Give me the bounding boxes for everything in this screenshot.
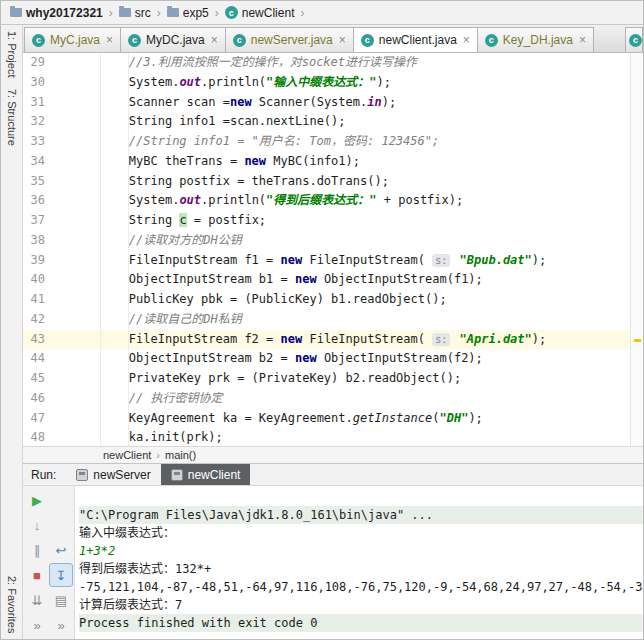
breadcrumb-label: newClient — [242, 6, 295, 20]
editor-tab-myc-java[interactable]: MyC.java× — [24, 27, 121, 52]
code-text: KeyAgreement ka = KeyAgreement.getInstan… — [71, 409, 630, 429]
code-editor[interactable]: 29 //3.利用流按照一定的操作，对socket进行读写操作30 System… — [23, 53, 643, 446]
code-line[interactable]: 35 String postfix = theTrans.doTrans(); — [23, 172, 630, 192]
line-number[interactable]: 38 — [23, 231, 71, 251]
code-line[interactable]: 41 PublicKey pbk = (PublicKey) b1.readOb… — [23, 290, 630, 310]
code-line[interactable]: 32 String info1 =scan.nextLine(); — [23, 112, 630, 132]
close-tab-icon[interactable]: × — [578, 34, 586, 46]
class-icon — [361, 34, 374, 47]
code-line[interactable]: 40 ObjectInputStream b1 = new ObjectInpu… — [23, 270, 630, 290]
line-number[interactable]: 48 — [23, 428, 71, 446]
code-line[interactable]: 34 MyBC theTrans = new MyBC(info1); — [23, 152, 630, 172]
code-segment: s: — [432, 333, 450, 346]
line-number[interactable]: 39 — [23, 251, 71, 271]
breadcrumb-item-exp5[interactable]: exp5 — [164, 6, 212, 20]
tool-button-2-favorites[interactable]: 2: Favorites — [6, 576, 18, 633]
code-line[interactable]: 47 KeyAgreement ka = KeyAgreement.getIns… — [23, 409, 630, 429]
more-options-button[interactable]: » — [49, 613, 73, 637]
scroll-to-end-button[interactable]: ↧ — [49, 563, 73, 587]
close-tab-icon[interactable]: × — [210, 34, 218, 46]
close-tab-icon[interactable]: × — [462, 34, 470, 46]
line-number[interactable]: 36 — [23, 191, 71, 211]
line-number[interactable]: 35 — [23, 172, 71, 192]
class-icon — [128, 34, 141, 47]
tool-button-7-structure[interactable]: 7: Structure — [6, 89, 18, 146]
code-line[interactable]: 36 System.out.println("得到后缀表达式：" + postf… — [23, 191, 630, 211]
run-label: Run: — [23, 464, 66, 485]
line-number[interactable]: 46 — [23, 389, 71, 409]
stop-button[interactable]: ■ — [25, 563, 49, 587]
breadcrumb-label: exp5 — [183, 6, 209, 20]
code-line[interactable]: 45 PrivateKey prk = (PrivateKey) b2.read… — [23, 369, 630, 389]
editor-tab-clipped[interactable] — [625, 27, 643, 52]
breadcrumb-item-src[interactable]: src — [116, 6, 154, 20]
code-segment: "DH" — [439, 411, 468, 425]
close-tab-icon[interactable]: × — [105, 34, 113, 46]
code-segment: ObjectInputStream(f2); — [317, 351, 483, 365]
run-tab-newclient[interactable]: newClient — [161, 464, 251, 485]
code-line[interactable]: 43 FileInputStream f2 = new FileInputStr… — [23, 330, 630, 350]
code-segment: MyBC theTrans = — [71, 154, 244, 168]
line-number[interactable]: 32 — [23, 112, 71, 132]
code-line[interactable]: 38 //读取对方的DH公钥 — [23, 231, 630, 251]
editor-tab-key-dh-java[interactable]: Key_DH.java× — [477, 27, 594, 52]
line-number[interactable]: 29 — [23, 53, 71, 73]
code-segment: Scanner(System. — [252, 95, 368, 109]
code-text: System.out.println("输入中缀表达式："); — [71, 73, 630, 93]
pause-button[interactable]: ∥ — [25, 538, 49, 562]
code-line[interactable]: 46 // 执行密钥协定 — [23, 389, 630, 409]
code-segment: "Apri.dat" — [460, 332, 532, 346]
code-line[interactable]: 33 //String info1 = "用户名: Tom，密码: 123456… — [23, 132, 630, 152]
code-line[interactable]: 29 //3.利用流按照一定的操作，对socket进行读写操作 — [23, 53, 630, 73]
code-line[interactable]: 48 ka.init(prk); — [23, 428, 630, 446]
close-tab-icon[interactable]: × — [338, 34, 346, 46]
breadcrumb-item-main[interactable]: main() — [163, 449, 198, 461]
editor-breadcrumb: newClient›main() — [23, 446, 643, 463]
code-segment: PrivateKey prk = (PrivateKey) b2.readObj… — [71, 371, 461, 385]
breadcrumb: why20172321›src›exp5›newClient› — [7, 6, 307, 20]
code-segment: MyBC(info1); — [266, 154, 360, 168]
editor-tab-mydc-java[interactable]: MyDC.java× — [120, 27, 226, 52]
code-text: ObjectInputStream b2 = new ObjectInputSt… — [71, 349, 630, 369]
line-number[interactable]: 41 — [23, 290, 71, 310]
editor-tab-newserver-java[interactable]: newServer.java× — [225, 27, 354, 52]
breadcrumb-item-why20172321[interactable]: why20172321 — [7, 6, 106, 20]
down-stack-trace-button[interactable]: ↓ — [25, 513, 49, 537]
skip-to-end-button[interactable]: ⇊ — [25, 588, 49, 612]
line-number[interactable]: 43 — [23, 330, 71, 350]
code-line[interactable]: 44 ObjectInputStream b2 = new ObjectInpu… — [23, 349, 630, 369]
run-tab-newserver[interactable]: newServer — [66, 464, 160, 485]
line-number[interactable]: 45 — [23, 369, 71, 389]
line-number[interactable]: 44 — [23, 349, 71, 369]
line-number[interactable]: 40 — [23, 270, 71, 290]
line-number[interactable]: 33 — [23, 132, 71, 152]
code-text: //读取自己的DH私钥 — [71, 310, 630, 330]
line-number[interactable]: 47 — [23, 409, 71, 429]
code-text: //3.利用流按照一定的操作，对socket进行读写操作 — [71, 53, 630, 73]
console-line: 计算后缀表达式：7 — [79, 596, 643, 614]
code-line[interactable]: 31 Scanner scan =new Scanner(System.in); — [23, 93, 630, 113]
breadcrumb-item-newclient[interactable]: newClient — [101, 449, 153, 461]
soft-wrap-button[interactable]: ↩ — [49, 538, 73, 562]
code-line[interactable]: 30 System.out.println("输入中缀表达式："); — [23, 73, 630, 93]
line-number[interactable]: 30 — [23, 73, 71, 93]
code-segment: new — [295, 272, 317, 286]
code-text: FileInputStream f2 = new FileInputStream… — [71, 330, 630, 350]
line-number[interactable]: 37 — [23, 211, 71, 231]
line-number[interactable]: 42 — [23, 310, 71, 330]
breadcrumb-item-newclient[interactable]: newClient — [222, 6, 298, 20]
editor-tab-newclient-java[interactable]: newClient.java× — [353, 27, 478, 52]
rerun-button[interactable]: ▶ — [25, 488, 49, 512]
code-text: String c = postfix; — [71, 211, 630, 231]
tool-button-1-project[interactable]: 1: Project — [6, 31, 18, 77]
line-number[interactable]: 31 — [23, 93, 71, 113]
code-text: PublicKey pbk = (PublicKey) b1.readObjec… — [71, 290, 630, 310]
run-console[interactable]: "C:\Program Files\Java\jdk1.8.0_161\bin\… — [75, 486, 643, 639]
editor-scrollbar[interactable] — [630, 53, 643, 446]
line-number[interactable]: 34 — [23, 152, 71, 172]
print-button[interactable]: ▤ — [49, 588, 73, 612]
collapse-panel-button[interactable]: » — [25, 613, 49, 637]
code-line[interactable]: 37 String c = postfix; — [23, 211, 630, 231]
code-line[interactable]: 42 //读取自己的DH私钥 — [23, 310, 630, 330]
code-line[interactable]: 39 FileInputStream f1 = new FileInputStr… — [23, 251, 630, 271]
